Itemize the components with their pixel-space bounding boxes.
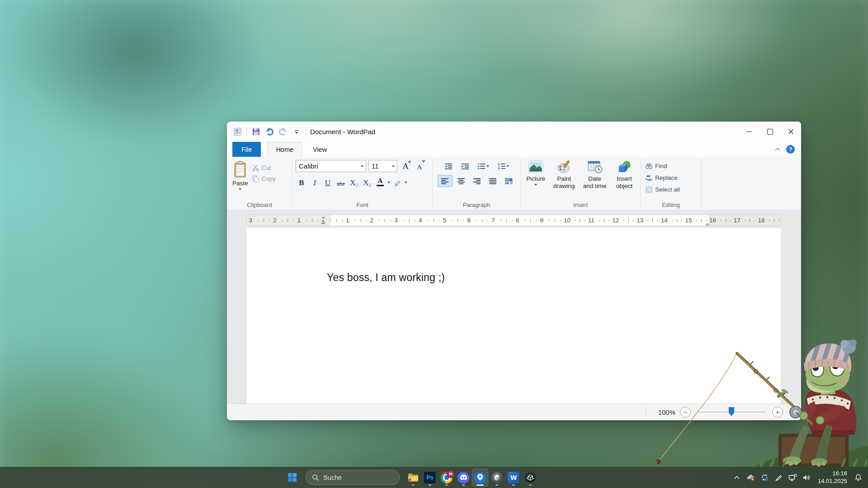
customize-qat-icon[interactable] — [292, 127, 301, 136]
copy-button[interactable]: Copy — [250, 173, 278, 184]
align-center-button[interactable] — [454, 175, 468, 187]
undo-icon[interactable] — [265, 127, 274, 136]
group-label-insert: Insert — [524, 200, 637, 210]
font-size-select[interactable]: 11 — [368, 160, 397, 172]
line-spacing-button[interactable] — [495, 160, 512, 172]
tab-file[interactable]: File — [232, 142, 261, 157]
start-button[interactable] — [284, 469, 300, 486]
underline-button[interactable]: U — [322, 176, 334, 189]
find-button[interactable]: Find — [644, 160, 698, 171]
location-pin-icon — [474, 472, 486, 483]
highlight-caret[interactable] — [405, 182, 407, 183]
subscript-button[interactable]: X2 — [348, 176, 360, 189]
shrink-font-button[interactable]: A — [414, 160, 425, 173]
font-family-caret — [358, 160, 366, 172]
running-indicator — [462, 484, 465, 486]
help-icon[interactable]: ? — [786, 145, 795, 154]
grow-font-button[interactable]: A — [400, 160, 411, 173]
group-insert: Picture Paint drawing Date and time Inse… — [521, 157, 640, 210]
date-and-time-button[interactable]: Date and time — [580, 160, 609, 200]
pen-icon[interactable] — [773, 469, 785, 486]
replace-icon: abac — [645, 174, 653, 182]
running-indicator — [445, 484, 448, 486]
ruler-number: 16 — [709, 217, 716, 224]
find-icon — [645, 162, 653, 170]
close-button[interactable] — [780, 122, 801, 142]
taskbar-cube-app-1[interactable] — [489, 469, 505, 487]
insert-object-icon — [617, 160, 632, 174]
monitor-device-icon[interactable] — [787, 469, 799, 486]
decrease-indent-button[interactable] — [441, 160, 455, 172]
font-color-button[interactable]: A — [374, 176, 386, 189]
superscript-button[interactable]: X2 — [361, 176, 373, 189]
replace-button[interactable]: abac Replace — [644, 172, 698, 183]
italic-button[interactable]: I — [309, 176, 321, 189]
paint-drawing-button[interactable]: Paint drawing — [550, 160, 578, 200]
window-controls — [739, 122, 801, 142]
taskbar-word[interactable]: W — [505, 469, 522, 487]
ruler-track: 321123456789101112131415161718 — [247, 215, 781, 225]
bullets-button[interactable] — [475, 160, 492, 172]
font-family-select[interactable]: Calibri — [296, 160, 366, 172]
ruler-number: 6 — [467, 217, 471, 224]
paragraph-dialog-button[interactable] — [502, 175, 516, 187]
ruler-number: 1 — [345, 217, 350, 224]
save-icon[interactable] — [251, 127, 260, 136]
ruler-number: 1 — [297, 217, 301, 224]
cut-button[interactable]: Cut — [250, 162, 278, 173]
running-indicator-active — [476, 484, 484, 486]
picture-button[interactable]: Picture — [524, 160, 547, 200]
justify-icon — [489, 178, 497, 185]
right-margin-marker[interactable] — [705, 223, 710, 225]
discord-icon — [458, 472, 469, 483]
select-all-button[interactable]: Select all — [644, 184, 698, 195]
font-color-caret[interactable] — [387, 182, 390, 183]
tray-chevron-up-icon[interactable] — [731, 469, 743, 486]
taskbar-chrome[interactable]: M — [439, 469, 455, 487]
ruler-number: 11 — [588, 217, 594, 224]
running-indicator — [412, 484, 415, 486]
maximize-button[interactable] — [760, 122, 780, 142]
maximize-icon — [767, 129, 773, 135]
tab-view[interactable]: View — [305, 142, 335, 157]
document-text[interactable]: Yes boss, I am working ;) — [327, 272, 445, 284]
notification-bell-icon[interactable] — [852, 469, 864, 486]
minimize-button[interactable] — [739, 122, 760, 142]
ruler-number: 7 — [491, 217, 495, 224]
taskbar-file-explorer[interactable] — [405, 469, 421, 487]
speaker-icon[interactable] — [801, 469, 813, 486]
taskbar-discord[interactable] — [455, 469, 472, 487]
hexagon-cube-arrows-icon — [524, 472, 536, 483]
taskbar-photoshop[interactable]: Ps — [422, 469, 438, 487]
indent-markers[interactable] — [321, 216, 325, 225]
decrease-indent-icon — [444, 163, 453, 170]
bold-button[interactable]: B — [296, 176, 307, 189]
update-sync-icon[interactable] — [759, 469, 771, 486]
insert-object-button[interactable]: Insert object — [612, 160, 637, 200]
font-color-bar — [377, 185, 384, 187]
taskbar-cube-app-2[interactable] — [522, 469, 538, 487]
window-title: Document - WordPad — [310, 128, 375, 136]
tray-time: 16:16 — [818, 470, 847, 478]
strikethrough-button[interactable]: abe — [335, 176, 347, 189]
tray-clock[interactable]: 16:16 14.01.2025 — [815, 470, 850, 485]
group-label-editing: Editing — [644, 200, 698, 210]
ruler-number: 4 — [418, 217, 423, 224]
justify-button[interactable] — [486, 175, 500, 187]
tab-home[interactable]: Home — [267, 142, 302, 157]
align-right-button[interactable] — [470, 175, 484, 187]
redo-icon[interactable] — [278, 127, 288, 136]
collapse-ribbon-icon[interactable] — [774, 147, 781, 151]
quick-access-toolbar — [227, 127, 306, 136]
onedrive-error-icon[interactable] — [745, 469, 757, 486]
search-box[interactable]: Suche — [306, 470, 400, 485]
align-left-button[interactable] — [438, 175, 453, 187]
paste-icon — [233, 160, 247, 178]
ruler-number: 13 — [637, 217, 643, 224]
highlight-button[interactable] — [392, 176, 403, 189]
taskbar-active-app-pin[interactable] — [472, 469, 488, 487]
wordpad-app-icon[interactable] — [233, 127, 242, 136]
photoshop-icon: Ps — [424, 471, 436, 484]
increase-indent-button[interactable] — [458, 160, 472, 172]
paste-button[interactable]: Paste — [230, 160, 250, 200]
